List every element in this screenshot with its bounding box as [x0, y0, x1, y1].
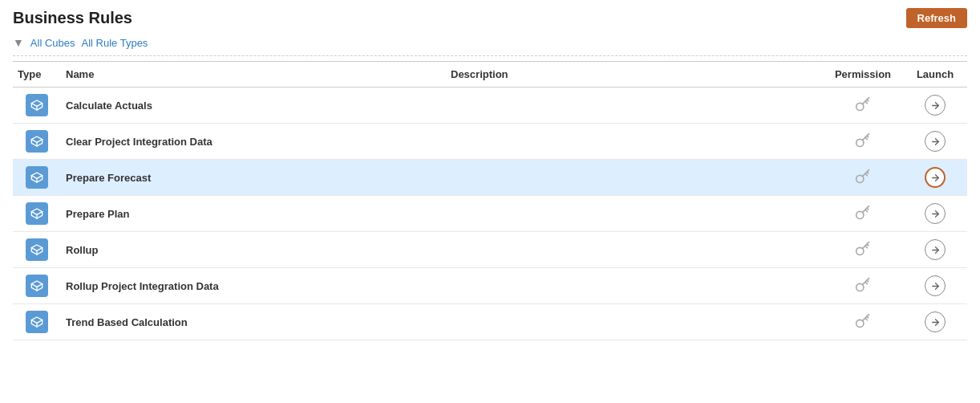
cube-type-icon: [26, 275, 48, 297]
row-description-cell: [446, 124, 823, 160]
row-name-cell: Rollup: [61, 232, 446, 268]
all-rule-types-filter[interactable]: All Rule Types: [82, 37, 148, 49]
table-row[interactable]: Rollup Project Integration Data: [13, 268, 967, 304]
row-type-cell: [13, 304, 61, 340]
key-icon: [855, 313, 871, 329]
row-description-cell: [446, 88, 823, 124]
rule-name: Clear Project Integration Data: [66, 136, 213, 148]
rule-name: Trend Based Calculation: [66, 316, 188, 328]
row-type-cell: [13, 124, 61, 160]
row-launch-cell[interactable]: [903, 88, 967, 124]
key-icon: [855, 277, 871, 293]
table-body: Calculate Actuals: [13, 88, 967, 340]
rule-name: Prepare Forecast: [66, 172, 151, 184]
key-icon: [855, 132, 871, 149]
all-cubes-filter[interactable]: All Cubes: [30, 37, 75, 49]
row-permission-cell: [823, 160, 903, 196]
row-description-cell: [446, 304, 823, 340]
cube-type-icon: [26, 311, 48, 333]
rule-name: Rollup: [66, 244, 98, 256]
launch-button[interactable]: [925, 239, 946, 260]
col-header-launch: Launch: [903, 62, 967, 88]
refresh-button[interactable]: Refresh: [906, 8, 967, 28]
col-header-description: Description: [446, 62, 823, 88]
table-row[interactable]: Clear Project Integration Data: [13, 124, 967, 160]
filter-icon: ▼: [13, 36, 24, 49]
row-launch-cell[interactable]: [903, 160, 967, 196]
row-type-cell: [13, 88, 61, 124]
row-type-cell: [13, 160, 61, 196]
row-launch-cell[interactable]: [903, 232, 967, 268]
launch-button[interactable]: [925, 275, 946, 296]
row-name-cell: Rollup Project Integration Data: [61, 268, 446, 304]
row-description-cell: [446, 268, 823, 304]
launch-button[interactable]: [925, 203, 946, 224]
row-name-cell: Clear Project Integration Data: [61, 124, 446, 160]
row-permission-cell: [823, 268, 903, 304]
launch-button[interactable]: [925, 95, 946, 116]
row-type-cell: [13, 268, 61, 304]
col-header-permission: Permission: [823, 62, 903, 88]
row-name-cell: Calculate Actuals: [61, 88, 446, 124]
row-launch-cell[interactable]: [903, 268, 967, 304]
row-name-cell: Prepare Forecast: [61, 160, 446, 196]
key-icon: [855, 169, 871, 185]
row-type-cell: [13, 196, 61, 232]
cube-type-icon: [26, 202, 48, 225]
row-type-cell: [13, 232, 61, 268]
row-launch-cell[interactable]: [903, 196, 967, 232]
row-permission-cell: [823, 88, 903, 124]
filter-row: ▼ All Cubes All Rule Types: [13, 36, 967, 56]
launch-button[interactable]: [925, 311, 946, 332]
page-title: Business Rules: [13, 9, 132, 27]
table-row[interactable]: Calculate Actuals: [13, 88, 967, 124]
table-row[interactable]: Prepare Forecast: [13, 160, 967, 196]
row-description-cell: [446, 160, 823, 196]
rule-name: Rollup Project Integration Data: [66, 280, 219, 292]
row-name-cell: Prepare Plan: [61, 196, 446, 232]
table-row[interactable]: Prepare Plan: [13, 196, 967, 232]
row-permission-cell: [823, 196, 903, 232]
row-permission-cell: [823, 304, 903, 340]
page-wrapper: Business Rules Refresh ▼ All Cubes All R…: [0, 0, 980, 403]
cube-type-icon: [26, 238, 48, 261]
launch-button[interactable]: [925, 167, 946, 188]
cube-type-icon: [26, 130, 48, 153]
table-header-row: Type Name Description Permission Launch: [13, 62, 967, 88]
row-permission-cell: [823, 232, 903, 268]
page-header: Business Rules Refresh: [13, 8, 967, 28]
key-icon: [855, 205, 871, 221]
rules-table: Type Name Description Permission Launch …: [13, 61, 967, 340]
rule-name: Calculate Actuals: [66, 100, 152, 112]
table-row[interactable]: Trend Based Calculation: [13, 304, 967, 340]
col-header-name: Name: [61, 62, 446, 88]
launch-button[interactable]: [925, 131, 946, 152]
key-icon: [855, 241, 871, 257]
row-permission-cell: [823, 124, 903, 160]
key-icon: [855, 96, 871, 112]
col-header-type: Type: [13, 62, 61, 88]
row-name-cell: Trend Based Calculation: [61, 304, 446, 340]
cube-type-icon: [26, 94, 48, 116]
cube-type-icon: [26, 166, 48, 189]
row-launch-cell[interactable]: [903, 304, 967, 340]
row-description-cell: [446, 232, 823, 268]
row-launch-cell[interactable]: [903, 124, 967, 160]
rule-name: Prepare Plan: [66, 208, 130, 220]
row-description-cell: [446, 196, 823, 232]
table-row[interactable]: Rollup: [13, 232, 967, 268]
